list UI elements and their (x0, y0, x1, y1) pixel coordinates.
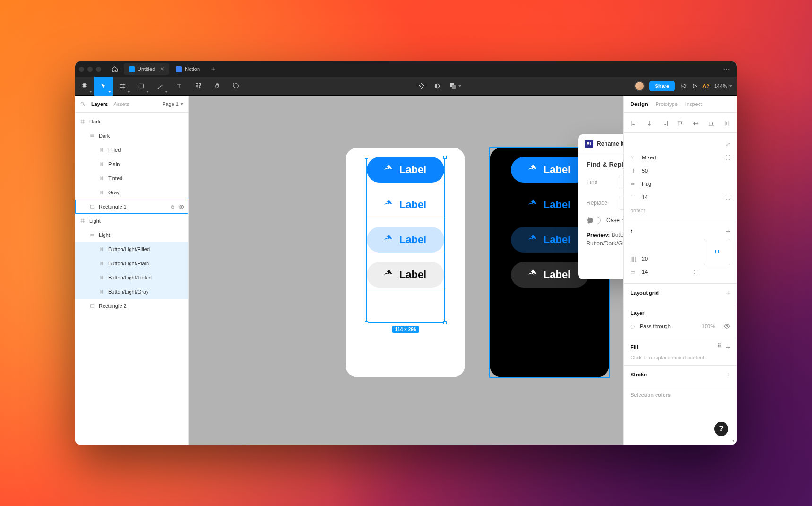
layers-tab[interactable]: Layers (91, 101, 108, 107)
help-button[interactable]: ? (714, 422, 728, 436)
selection-divider (366, 218, 445, 218)
dev-mode-icon[interactable] (680, 82, 687, 90)
hand-tool[interactable] (207, 77, 226, 96)
present-icon[interactable] (692, 83, 698, 89)
search-icon[interactable] (80, 101, 86, 107)
layer-row[interactable]: Light (75, 228, 188, 242)
svg-point-12 (726, 325, 728, 327)
independent-padding-icon[interactable]: ⛶ (694, 269, 699, 275)
replace-input[interactable] (619, 196, 623, 210)
boolean-icon[interactable] (449, 82, 461, 90)
add-grid-icon[interactable]: + (726, 288, 730, 297)
close-tab-icon[interactable]: ✕ (160, 66, 164, 72)
visibility-icon[interactable] (178, 204, 184, 210)
selection-handle[interactable] (365, 156, 368, 159)
frame-tool[interactable] (113, 77, 132, 96)
visibility-icon[interactable] (724, 323, 730, 330)
independent-corners-icon[interactable]: ⛶ (725, 194, 730, 200)
shape-tool[interactable] (132, 77, 151, 96)
add-fill-icon[interactable]: + (726, 343, 730, 351)
selection-divider (366, 253, 445, 253)
comment-tool[interactable] (226, 77, 245, 96)
resize-mode[interactable]: Hug (642, 181, 651, 187)
h-value[interactable]: 50 (642, 168, 648, 174)
gap-value[interactable]: 20 (642, 256, 648, 262)
rename-it-modal: RI Rename It ✕ Find & Replace Selected L… (578, 134, 623, 279)
layer-row[interactable]: Button/Light/Tinted (75, 270, 188, 285)
canvas[interactable]: Label Label Label Label (189, 96, 623, 445)
layer-row[interactable]: Dark (75, 129, 188, 143)
window-controls (79, 67, 101, 72)
layer-row[interactable]: Plain (75, 157, 188, 171)
pen-tool[interactable] (151, 77, 170, 96)
tab-untitled[interactable]: Untitled ✕ (124, 63, 169, 75)
layer-label: Tinted (108, 175, 122, 181)
constrain-icon[interactable]: ⛶ (725, 155, 730, 160)
prototype-tab[interactable]: Prototype (656, 101, 678, 107)
lock-icon[interactable] (170, 204, 175, 210)
page-selector[interactable]: Page 1 (162, 101, 183, 107)
layer-row[interactable]: Tinted (75, 171, 188, 185)
layer-row[interactable]: Dark (75, 114, 188, 129)
opacity-value[interactable]: 100% (702, 323, 715, 329)
resources-tool[interactable] (189, 77, 207, 96)
missing-fonts-badge[interactable]: A? (702, 83, 709, 89)
layer-row[interactable]: Rectangle 1 (75, 200, 188, 214)
selection-handle[interactable] (365, 321, 368, 324)
tab-notion[interactable]: Notion (171, 63, 205, 75)
layer-row[interactable]: Button/Light/Gray (75, 285, 188, 299)
svg-point-7 (81, 102, 84, 105)
share-button[interactable]: Share (649, 81, 675, 91)
align-right-icon[interactable] (662, 120, 668, 127)
alignment-grid[interactable] (704, 239, 730, 265)
assets-tab[interactable]: Assets (113, 101, 129, 107)
styles-icon[interactable]: ⠿ (717, 343, 721, 351)
add-autolayout-icon[interactable]: + (726, 227, 730, 235)
text-tool[interactable] (170, 77, 189, 96)
selection-handle[interactable] (443, 321, 447, 324)
layer-row[interactable]: Button/Light/Plain (75, 256, 188, 270)
align-left-icon[interactable] (631, 120, 637, 127)
distribute-icon[interactable] (724, 120, 730, 127)
home-button[interactable] (108, 63, 122, 75)
add-stroke-icon[interactable]: + (726, 370, 730, 378)
align-bottom-icon[interactable] (708, 120, 715, 127)
align-top-icon[interactable] (677, 120, 683, 127)
align-vcenter-icon[interactable] (692, 120, 699, 127)
clip-content-label[interactable]: ontent (631, 208, 645, 213)
minimize-window-icon[interactable] (87, 67, 93, 72)
radius-value[interactable]: 14 (642, 194, 648, 200)
design-tab[interactable]: Design (631, 101, 648, 107)
case-sensitive-toggle[interactable] (587, 217, 601, 224)
blend-mode[interactable]: Pass through (640, 323, 671, 329)
more-menu-icon[interactable]: ⋯ (721, 65, 733, 74)
find-input[interactable] (619, 175, 623, 189)
layer-row[interactable]: Rectangle 2 (75, 299, 188, 313)
layer-label: Button/Light/Tinted (108, 275, 152, 280)
autolayout-title: t (631, 228, 632, 234)
layer-label: Rectangle 1 (99, 204, 127, 209)
tidy-icon[interactable]: ⤢ (726, 141, 730, 148)
move-tool[interactable] (94, 77, 113, 96)
layer-row[interactable]: Button/Light/Filled (75, 242, 188, 256)
main-menu-button[interactable] (75, 77, 94, 96)
mask-icon[interactable] (434, 83, 441, 89)
y-value[interactable]: Mixed (642, 155, 656, 160)
close-window-icon[interactable] (79, 67, 84, 72)
more-icon[interactable]: ⋯ (631, 243, 636, 249)
selection-colors-title: Selection colors (631, 392, 671, 398)
titlebar: Untitled ✕ Notion ＋ ⋯ (75, 61, 737, 77)
padding-value[interactable]: 14 (642, 269, 648, 275)
selection-handle[interactable] (443, 156, 447, 159)
new-tab-button[interactable]: ＋ (207, 63, 220, 75)
component-menu-icon[interactable] (418, 82, 425, 90)
user-avatar[interactable] (634, 81, 645, 91)
align-hcenter-icon[interactable] (646, 120, 653, 127)
radius-icon: ⌒ (631, 194, 637, 201)
inspect-tab[interactable]: Inspect (685, 101, 702, 107)
layer-row[interactable]: Gray (75, 185, 188, 200)
fullscreen-window-icon[interactable] (96, 67, 101, 72)
layer-row[interactable]: Light (75, 214, 188, 228)
zoom-control[interactable]: 144% (714, 83, 732, 89)
layer-row[interactable]: Filled (75, 143, 188, 157)
